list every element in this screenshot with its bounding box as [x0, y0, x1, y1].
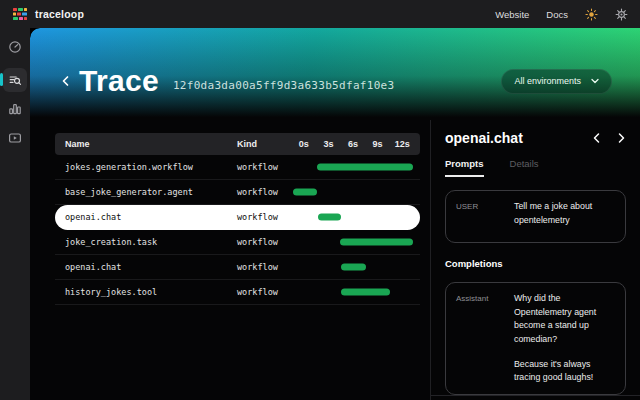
traceloop-logo-icon — [12, 7, 28, 21]
span-name: openai.chat — [55, 262, 237, 272]
trace-header: Trace 12f0da3da00a5ff9d3a633b5dfaf10e3 A… — [30, 28, 640, 120]
message-role: Assistant — [456, 292, 506, 385]
next-span-button[interactable] — [617, 132, 626, 144]
tab-details[interactable]: Details — [510, 158, 539, 177]
span-kind: workflow — [237, 162, 292, 172]
website-link[interactable]: Website — [495, 9, 529, 20]
app-window: traceloop Website Docs — [0, 0, 640, 400]
environment-dropdown[interactable]: All environments — [501, 69, 612, 94]
trace-id: 12f0da3da00a5ff9d3a633b5dfaf10e3 — [173, 71, 395, 92]
duration-bar — [318, 214, 342, 221]
span-name: history_jokes.tool — [55, 287, 237, 297]
span-name: jokes.generation.workflow — [55, 162, 237, 172]
message-text: Tell me a joke about opentelemetry — [514, 200, 615, 233]
timeline-track — [292, 280, 420, 304]
gear-icon[interactable] — [615, 8, 628, 21]
brand-home-link[interactable]: traceloop — [12, 7, 84, 21]
table-row[interactable]: openai.chatworkflow — [55, 205, 420, 230]
chevron-right-icon — [617, 132, 626, 144]
span-name: joke_creation.task — [55, 237, 237, 247]
docs-link[interactable]: Docs — [546, 9, 568, 20]
chevron-down-icon — [591, 78, 599, 84]
message-paragraph: Because it's always tracing good laughs! — [514, 358, 615, 385]
completions-heading: Completions — [445, 258, 626, 269]
span-kind: workflow — [237, 262, 292, 272]
span-name: openai.chat — [55, 212, 237, 222]
timeline-track — [292, 180, 420, 204]
axis-tick: 6s — [348, 139, 358, 149]
message-paragraph: Tell me a joke about opentelemetry — [514, 200, 615, 227]
duration-bar — [341, 289, 389, 296]
message-box: AssistantWhy did the Opentelemetry agent… — [445, 282, 626, 395]
table-header: Name Kind 0s3s6s9s12s — [55, 133, 420, 155]
back-button[interactable] — [60, 74, 71, 88]
detail-footer: Export Refine — [431, 395, 640, 400]
chevron-left-icon — [592, 132, 601, 144]
message-paragraph: Why did the Opentelemetry agent become a… — [514, 292, 615, 347]
timeline-track — [292, 255, 420, 279]
page-title: Trace — [79, 64, 159, 98]
span-kind: workflow — [237, 287, 292, 297]
duration-bar — [341, 264, 366, 271]
message-role: USER — [456, 200, 506, 233]
axis-tick: 12s — [395, 139, 410, 149]
topbar: traceloop Website Docs — [0, 0, 640, 28]
table-row[interactable]: history_jokes.toolworkflow — [55, 280, 420, 305]
prompts-section: USERTell me a joke about opentelemetry — [445, 177, 626, 243]
duration-bar — [317, 164, 414, 171]
table-row[interactable]: base_joke_generator.agentworkflow — [55, 180, 420, 205]
axis-tick: 0s — [299, 139, 309, 149]
topbar-right: Website Docs — [495, 8, 628, 21]
tab-prompts[interactable]: Prompts — [445, 158, 484, 177]
span-name: base_joke_generator.agent — [55, 187, 237, 197]
sidebar-item-traces[interactable] — [3, 68, 27, 92]
span-kind: workflow — [237, 187, 292, 197]
bar-chart-icon — [8, 102, 22, 116]
video-player-icon — [8, 131, 22, 145]
timeline-track — [292, 230, 420, 254]
completions-section: AssistantWhy did the Opentelemetry agent… — [445, 269, 626, 395]
timeline-track — [292, 205, 420, 229]
sun-icon[interactable] — [585, 8, 598, 21]
span-navigation — [592, 132, 626, 144]
detail-tabs: Prompts Details — [445, 158, 626, 177]
span-title: openai.chat — [445, 130, 523, 146]
axis-tick: 9s — [373, 139, 383, 149]
sidebar — [0, 28, 30, 400]
sidebar-item-demos[interactable] — [3, 126, 27, 150]
span-kind: workflow — [237, 237, 292, 247]
sidebar-item-dashboard[interactable] — [3, 35, 27, 59]
column-header-name: Name — [55, 139, 237, 149]
message-box: USERTell me a joke about opentelemetry — [445, 190, 626, 243]
spans-table: Name Kind 0s3s6s9s12s jokes.generation.w… — [30, 120, 430, 400]
table-row[interactable]: joke_creation.taskworkflow — [55, 230, 420, 255]
main-panel: Trace 12f0da3da00a5ff9d3a633b5dfaf10e3 A… — [30, 28, 640, 400]
table-row[interactable]: openai.chatworkflow — [55, 255, 420, 280]
span-kind: workflow — [237, 212, 292, 222]
previous-span-button[interactable] — [592, 132, 601, 144]
column-header-kind: Kind — [237, 139, 292, 149]
chevron-left-icon — [60, 74, 71, 88]
trace-search-icon — [8, 73, 22, 87]
detail-panel: openai.chat — [430, 120, 640, 400]
environment-dropdown-label: All environments — [514, 76, 581, 86]
brand-label: traceloop — [35, 8, 84, 20]
message-text: Why did the Opentelemetry agent become a… — [514, 292, 615, 385]
table-body: jokes.generation.workflowworkflowbase_jo… — [55, 155, 420, 305]
axis-tick: 3s — [323, 139, 333, 149]
timeline-axis: 0s3s6s9s12s — [292, 133, 420, 155]
timeline-track — [292, 155, 420, 179]
table-row[interactable]: jokes.generation.workflowworkflow — [55, 155, 420, 180]
gauge-icon — [8, 40, 22, 54]
duration-bar — [340, 239, 413, 246]
sidebar-item-analytics[interactable] — [3, 97, 27, 121]
duration-bar — [293, 189, 317, 196]
